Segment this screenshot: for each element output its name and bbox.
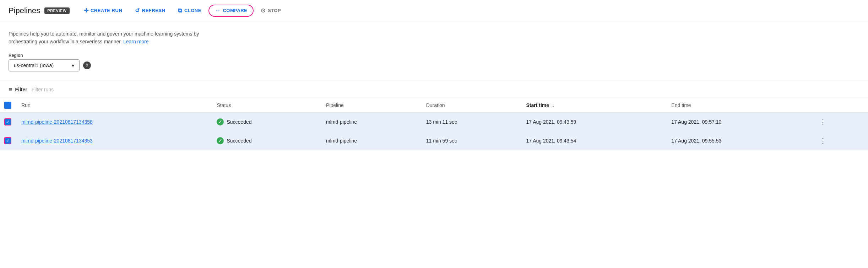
filter-icon: ≡ (9, 86, 12, 93)
description-text: Pipelines help you to automate, monitor … (9, 30, 222, 46)
table-row: ✓ mlmd-pipeline-20210817134353 ✓ Succeed… (0, 131, 868, 150)
row1-status: ✓ Succeeded (211, 112, 320, 131)
row1-more-button[interactable]: ⋮ (817, 117, 829, 127)
row1-run-link[interactable]: mlmd-pipeline-20210817134358 (21, 119, 93, 125)
row2-status-label: Succeeded (227, 138, 251, 144)
filter-bar: ≡ Filter Filter runs (0, 86, 868, 93)
compare-icon: ↔ (215, 7, 221, 14)
filter-placeholder: Filter runs (32, 87, 54, 92)
refresh-button[interactable]: ↺ REFRESH (129, 4, 171, 17)
row2-pipeline: mlmd-pipeline (320, 131, 421, 150)
row1-end-time: 17 Aug 2021, 09:57:10 (666, 112, 811, 131)
row2-start-time: 17 Aug 2021, 09:43:54 (520, 131, 666, 150)
row1-duration: 13 min 11 sec (421, 112, 521, 131)
row2-status-icon: ✓ (217, 137, 224, 144)
row2-checkbox[interactable]: ✓ (4, 137, 11, 144)
region-select[interactable]: us-central1 (Iowa) ▾ (9, 59, 80, 71)
row1-status-label: Succeeded (227, 119, 251, 125)
col-header-status: Status (211, 98, 320, 112)
region-group: Region us-central1 (Iowa) ▾ ? (9, 53, 859, 71)
row1-status-cell: ✓ Succeeded (217, 118, 315, 125)
region-select-wrapper: us-central1 (Iowa) ▾ ? (9, 59, 859, 71)
filter-label: Filter (15, 87, 27, 92)
col-header-pipeline: Pipeline (320, 98, 421, 112)
toolbar: Pipelines PREVIEW ✛ CREATE RUN ↺ REFRESH… (0, 0, 868, 21)
row1-run-name: mlmd-pipeline-20210817134358 (16, 112, 211, 131)
clone-button[interactable]: ⧉ CLONE (172, 5, 207, 17)
row2-duration: 11 min 59 sec (421, 131, 521, 150)
sort-arrow-icon: ↓ (552, 102, 554, 108)
row1-checkbox[interactable]: ✓ (4, 118, 11, 125)
create-run-button[interactable]: ✛ CREATE RUN (78, 4, 128, 17)
row1-more-cell: ⋮ (811, 112, 868, 131)
row1-pipeline: mlmd-pipeline (320, 112, 421, 131)
stop-icon: ⊙ (261, 7, 266, 14)
row2-checkbox-cell: ✓ (0, 131, 16, 150)
col-header-start-time[interactable]: Start time ↓ (520, 98, 666, 112)
row2-end-time: 17 Aug 2021, 09:55:53 (666, 131, 811, 150)
select-all-checkbox[interactable]: − (4, 102, 11, 109)
region-label: Region (9, 53, 859, 58)
table-header-row: − Run Status Pipeline Duration Start tim… (0, 98, 868, 112)
page-title: Pipelines (9, 6, 40, 15)
compare-button[interactable]: ↔ COMPARE (208, 5, 254, 17)
dropdown-arrow-icon: ▾ (72, 63, 74, 68)
row1-status-icon: ✓ (217, 118, 224, 125)
row2-run-name: mlmd-pipeline-20210817134353 (16, 131, 211, 150)
main-content: Pipelines help you to automate, monitor … (0, 21, 868, 71)
row1-checkbox-cell: ✓ (0, 112, 16, 131)
row2-status-cell: ✓ Succeeded (217, 137, 315, 144)
plus-icon: ✛ (84, 7, 89, 14)
row2-more-cell: ⋮ (811, 131, 868, 150)
preview-badge: PREVIEW (44, 7, 69, 14)
row2-status: ✓ Succeeded (211, 131, 320, 150)
help-icon[interactable]: ? (83, 61, 91, 69)
header-checkbox-cell: − (0, 98, 16, 112)
filter-button[interactable]: ≡ Filter (9, 86, 27, 93)
refresh-icon: ↺ (135, 7, 140, 14)
runs-table: − Run Status Pipeline Duration Start tim… (0, 98, 868, 150)
col-header-end-time: End time (666, 98, 811, 112)
col-header-duration: Duration (421, 98, 521, 112)
col-header-run: Run (16, 98, 211, 112)
row2-run-link[interactable]: mlmd-pipeline-20210817134353 (21, 138, 93, 144)
table-row: ✓ mlmd-pipeline-20210817134358 ✓ Succeed… (0, 112, 868, 131)
row1-start-time: 17 Aug 2021, 09:43:59 (520, 112, 666, 131)
stop-button[interactable]: ⊙ STOP (255, 4, 287, 17)
learn-more-link[interactable]: Learn more (123, 39, 149, 44)
clone-icon: ⧉ (178, 7, 182, 14)
col-header-actions (811, 98, 868, 112)
section-divider (0, 80, 868, 80)
region-value: us-central1 (Iowa) (14, 63, 54, 68)
row2-more-button[interactable]: ⋮ (817, 136, 829, 146)
